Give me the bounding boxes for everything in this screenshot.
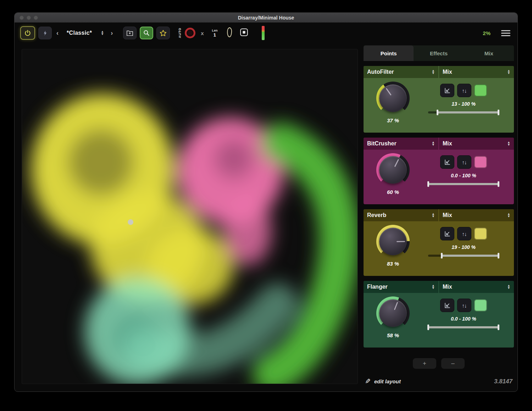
slider-min-handle[interactable] (437, 110, 438, 115)
effect-color-swatch[interactable] (474, 228, 487, 240)
menu-button[interactable] (500, 29, 512, 38)
updown-arrows-button[interactable]: ↑↓ (457, 155, 471, 169)
range-slider[interactable] (428, 110, 499, 115)
slider-max-handle[interactable] (498, 181, 499, 187)
effect-mix-dropdown[interactable]: Mix ▲▼ (439, 66, 514, 78)
star-icon (159, 29, 167, 37)
chevron-updown-icon: ▲▼ (507, 141, 510, 146)
slider-min-handle[interactable] (441, 253, 443, 259)
response-curve-button[interactable] (440, 155, 454, 169)
chevron-updown-icon: ▲▼ (507, 284, 510, 289)
knob-pointer (394, 159, 399, 167)
effect-type-dropdown[interactable]: AutoFilter ▲▼ (364, 66, 438, 78)
tab-mix[interactable]: Mix (464, 45, 514, 61)
slider-min-handle[interactable] (427, 324, 429, 330)
effect-mix-dropdown[interactable]: Mix ▲▼ (439, 138, 514, 150)
focus-frame-button[interactable] (239, 28, 249, 38)
titlebar[interactable]: Disarray/Minimal House (15, 13, 517, 23)
effects-list: AutoFilter ▲▼ Mix ▲▼ 37 % (364, 66, 514, 352)
blob-shape-icon (226, 27, 233, 38)
save-preset-button[interactable] (123, 27, 137, 39)
slider-fill (428, 326, 499, 328)
content: Points Effects Mix AutoFilter ▲▼ Mix ▲▼ (15, 43, 517, 391)
slider-max-handle[interactable] (498, 110, 499, 115)
effect-amount-knob[interactable] (376, 82, 410, 115)
effect-section: BitCrusher ▲▼ Mix ▲▼ 60 % (364, 138, 514, 204)
power-button[interactable] (20, 26, 35, 40)
power-icon (24, 29, 31, 37)
shape-button[interactable] (226, 27, 233, 39)
range-slider[interactable] (428, 181, 499, 187)
yellow-blob-core (67, 129, 134, 196)
chevron-updown-icon: ▲▼ (432, 70, 435, 74)
knob-value-label: 60 % (387, 189, 399, 195)
effect-mix-dropdown[interactable]: Mix ▲▼ (439, 209, 514, 221)
preset-updown-icon[interactable]: ▲▼ (101, 30, 104, 35)
pad-cursor-dot[interactable] (128, 219, 133, 225)
effect-mix-dropdown[interactable]: Mix ▲▼ (439, 281, 514, 293)
slider-max-handle[interactable] (498, 324, 499, 330)
xy-pad[interactable] (22, 49, 358, 384)
effect-amount-knob[interactable] (376, 296, 410, 330)
favorite-button[interactable] (156, 27, 170, 39)
add-effect-button[interactable]: + (413, 358, 436, 369)
knob-column: 58 % (367, 296, 419, 344)
updown-arrows-button[interactable]: ↑↓ (457, 227, 471, 240)
edit-layout-button[interactable]: edit layout (374, 378, 401, 384)
effect-buttons-row: ↑↓ (440, 227, 487, 240)
updown-arrows-button[interactable]: ↑↓ (457, 84, 471, 97)
effect-amount-knob[interactable] (376, 153, 410, 187)
effect-add-remove-row: + – (364, 358, 514, 369)
response-curve-icon (444, 159, 451, 166)
tab-effects[interactable]: Effects (414, 45, 464, 61)
controls-column: ↑↓ 0.0 - 100 % (419, 296, 508, 344)
pencil-icon[interactable]: ✎ (365, 377, 371, 385)
slider-fill (428, 183, 499, 185)
toolbar: ‹ *Classic* ▲▼ › AUTO x Len 1 (15, 23, 517, 43)
knob-column: 37 % (367, 81, 419, 129)
length-control[interactable]: Len 1 (212, 29, 217, 38)
knob-rotor (375, 151, 412, 189)
effect-section: Flanger ▲▼ Mix ▲▼ 58 % (364, 281, 514, 348)
effect-body: 60 % ↑↓ 0.0 - 100 % (364, 150, 514, 204)
zoom-button[interactable] (34, 16, 38, 20)
tab-points[interactable]: Points (364, 45, 414, 61)
window-title: Disarray/Minimal House (238, 15, 294, 21)
pink-blob-tail (224, 196, 272, 266)
controls-column: ↑↓ 19 - 100 % (419, 224, 508, 272)
chevron-updown-icon: ▲▼ (507, 213, 510, 218)
prev-preset-button[interactable]: ‹ (55, 29, 60, 37)
effect-buttons-row: ↑↓ (440, 84, 487, 97)
bypass-button[interactable] (38, 27, 52, 39)
effect-color-swatch[interactable] (474, 156, 487, 168)
mix-mode-label: Mix (443, 69, 452, 75)
effect-header: Flanger ▲▼ Mix ▲▼ (364, 281, 514, 293)
effect-type-dropdown[interactable]: Reverb ▲▼ (364, 209, 438, 221)
remove-effect-button[interactable]: – (441, 358, 465, 369)
effect-color-swatch[interactable] (474, 84, 487, 96)
range-label: 0.0 - 100 % (451, 316, 476, 322)
response-curve-button[interactable] (440, 299, 454, 312)
slider-max-handle[interactable] (498, 253, 499, 259)
controls-column: ↑↓ 0.0 - 100 % (419, 152, 508, 201)
browse-presets-button[interactable] (140, 27, 153, 39)
response-curve-icon (444, 87, 451, 94)
range-slider[interactable] (428, 324, 499, 330)
slider-min-handle[interactable] (427, 181, 429, 187)
updown-arrows-button[interactable]: ↑↓ (457, 299, 471, 312)
effect-amount-knob[interactable] (376, 225, 410, 258)
next-preset-button[interactable]: › (109, 29, 114, 37)
minimize-button[interactable] (27, 16, 31, 20)
clear-automation-button[interactable]: x (201, 30, 204, 36)
response-curve-button[interactable] (440, 84, 454, 97)
effect-color-swatch[interactable] (474, 299, 487, 311)
auto-record-knob[interactable] (185, 28, 195, 38)
lightning-icon (42, 30, 48, 37)
effect-type-dropdown[interactable]: BitCrusher ▲▼ (364, 138, 438, 150)
level-meter (262, 26, 265, 40)
range-slider[interactable] (428, 253, 499, 259)
close-button[interactable] (20, 16, 24, 20)
effect-type-dropdown[interactable]: Flanger ▲▼ (364, 281, 438, 293)
response-curve-button[interactable] (440, 227, 454, 240)
preset-name[interactable]: *Classic* (67, 30, 92, 36)
